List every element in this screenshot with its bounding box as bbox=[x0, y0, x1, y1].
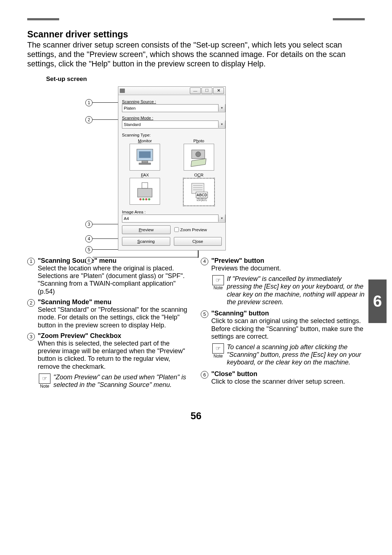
page-number: 56 bbox=[27, 411, 365, 436]
item-num-5: 5 bbox=[201, 310, 208, 318]
note-5-text: To cancel a scanning job after clicking … bbox=[227, 343, 365, 367]
item-3-title: "Zoom Preview" Checkbox bbox=[38, 332, 121, 339]
close-button[interactable]: Close bbox=[174, 237, 222, 246]
svg-point-9 bbox=[142, 198, 144, 200]
svg-text:ABCD: ABCD bbox=[196, 193, 207, 197]
item-num-3: 3 bbox=[27, 333, 35, 340]
minimize-button[interactable]: — bbox=[190, 87, 201, 94]
svg-rect-3 bbox=[139, 163, 151, 164]
close-window-button[interactable]: ✕ bbox=[213, 87, 224, 94]
item-num-1: 1 bbox=[27, 258, 35, 265]
item-3-body: When this is selected, the selected part… bbox=[38, 340, 185, 370]
svg-rect-2 bbox=[142, 161, 148, 163]
header-bar-left bbox=[27, 18, 59, 20]
dialog-titlebar: — ☐ ✕ bbox=[118, 87, 225, 95]
app-icon bbox=[120, 89, 125, 93]
scanning-button[interactable]: Scanning bbox=[122, 237, 170, 246]
item-6-title: "Close" button bbox=[211, 370, 257, 378]
callout-1: 1 bbox=[85, 99, 93, 106]
type-ocr-label: OCR bbox=[176, 173, 222, 177]
item-6-body: Click to close the scanner driver setup … bbox=[211, 378, 345, 385]
svg-point-5 bbox=[196, 152, 201, 157]
scanning-source-label: Scanning Source : bbox=[122, 99, 222, 104]
note-icon: Note bbox=[39, 374, 50, 389]
callout-3: 3 bbox=[85, 221, 93, 228]
callout-2: 2 bbox=[85, 116, 93, 123]
item-5-title: "Scanning" button bbox=[211, 310, 269, 317]
item-num-4: 4 bbox=[201, 258, 208, 265]
item-num-2: 2 bbox=[27, 299, 35, 307]
intro-text: The scanner driver setup screen consists… bbox=[27, 40, 365, 69]
type-fax-button[interactable] bbox=[130, 178, 160, 205]
maximize-button[interactable]: ☐ bbox=[201, 87, 212, 94]
item-4-title: "Preview" button bbox=[211, 257, 264, 264]
svg-point-8 bbox=[139, 198, 142, 200]
svg-rect-1 bbox=[139, 151, 151, 158]
item-4-body: Previews the document. bbox=[211, 265, 281, 272]
svg-text:NOPQRSTU: NOPQRSTU bbox=[197, 199, 207, 201]
type-photo-label: Photo bbox=[176, 139, 222, 143]
callout-6: 6 bbox=[85, 257, 93, 264]
scanning-source-dropdown[interactable]: Platen bbox=[122, 104, 225, 112]
type-fax-label: FAX bbox=[122, 173, 168, 177]
type-ocr-button[interactable]: ABCD ABCDEFGH NOPQRSTU bbox=[183, 178, 215, 206]
type-photo-button[interactable] bbox=[184, 144, 214, 171]
svg-rect-6 bbox=[142, 183, 148, 188]
item-5-body: Click to scan an original using the sele… bbox=[211, 317, 363, 340]
callout-4: 4 bbox=[85, 235, 93, 242]
scanning-mode-dropdown[interactable]: Standard bbox=[122, 121, 225, 128]
item-2-body: Select "Standard" or "Professional" for … bbox=[38, 306, 187, 328]
scanner-setup-dialog: — ☐ ✕ Scanning Source : Platen Scanning … bbox=[118, 86, 226, 250]
callout-5: 5 bbox=[85, 246, 93, 253]
note-4-text: If "Preview" is cancelled by immediately… bbox=[227, 275, 365, 306]
camera-icon bbox=[188, 146, 210, 168]
svg-rect-7 bbox=[138, 188, 152, 197]
ocr-icon: ABCD ABCDEFGH NOPQRSTU bbox=[188, 181, 210, 203]
svg-point-10 bbox=[145, 198, 147, 200]
scanning-type-label: Scanning Type: bbox=[122, 133, 222, 137]
scanning-type-grid: Monitor Photo bbox=[122, 139, 222, 206]
header-bar-right bbox=[333, 18, 365, 20]
zoom-preview-checkbox[interactable]: Zoom Preview bbox=[174, 225, 222, 234]
fax-icon bbox=[134, 180, 156, 202]
svg-point-11 bbox=[148, 198, 150, 200]
image-area-dropdown[interactable]: A4 bbox=[122, 215, 225, 223]
preview-button[interactable]: Preview bbox=[122, 225, 171, 234]
item-num-6: 6 bbox=[201, 371, 208, 379]
item-1-body: Select the location where the original i… bbox=[38, 265, 185, 295]
monitor-icon bbox=[134, 146, 156, 168]
note-3-text: "Zoom Preview" can be used when "Platen"… bbox=[53, 374, 191, 389]
note-icon: Note bbox=[212, 343, 224, 367]
type-monitor-button[interactable] bbox=[130, 144, 160, 171]
zoom-preview-input[interactable] bbox=[174, 227, 179, 232]
section-title: Scanner driver settings bbox=[27, 29, 365, 40]
chapter-tab: 6 bbox=[368, 279, 387, 323]
item-2-title: "Scanning Mode" menu bbox=[38, 298, 111, 306]
scanning-mode-label: Scanning Mode : bbox=[122, 116, 222, 120]
setup-screen-label: Set-up screen bbox=[46, 76, 365, 83]
image-area-label: Image Area : bbox=[122, 210, 222, 214]
type-monitor-label: Monitor bbox=[122, 139, 168, 143]
note-icon: Note bbox=[212, 275, 224, 306]
